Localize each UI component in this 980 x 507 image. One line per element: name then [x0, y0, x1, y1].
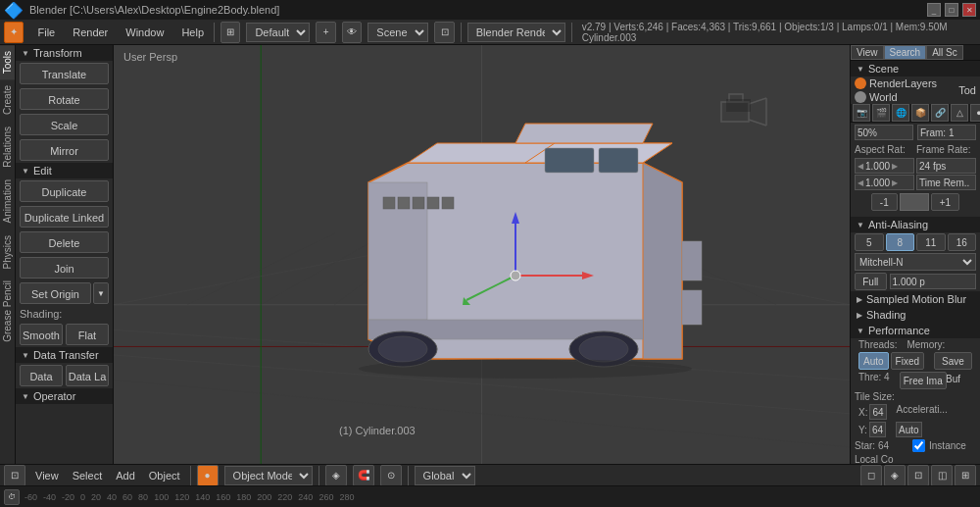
select-menu-bottom[interactable]: Select [69, 468, 107, 483]
aa-val-16[interactable]: 16 [948, 233, 977, 251]
tile-x-field[interactable]: 64 [869, 404, 886, 420]
flat-button[interactable]: Flat [66, 324, 109, 345]
bottom-icon-1[interactable]: ◻ [860, 465, 882, 486]
delete-button[interactable]: Delete [20, 231, 109, 253]
mode-icon[interactable]: ● [197, 465, 219, 486]
data-transfer-section-header[interactable]: ▼ Data Transfer [16, 347, 113, 363]
camera-slider[interactable] [900, 193, 929, 211]
object-props-icon[interactable]: 📦 [911, 104, 929, 122]
aa-val-8[interactable]: 8 [886, 233, 915, 251]
edit-section-header[interactable]: ▼ Edit [16, 163, 113, 178]
layout-select[interactable]: Default [246, 23, 310, 42]
aspect-y-field[interactable]: ◀ 1.000 ▶ [855, 175, 914, 190]
frame-field[interactable]: Fram: 1 [917, 125, 976, 140]
smooth-button[interactable]: Smooth [20, 324, 63, 345]
full-sam-val[interactable]: 1.000 p [890, 274, 976, 289]
fixed-btn[interactable]: Fixed [891, 352, 924, 370]
timeline-area[interactable]: -60 -40 -20 0 20 40 60 80 100 120 140 16… [22, 492, 976, 502]
world-props-icon[interactable]: 🌐 [892, 104, 909, 122]
bottom-icon-2[interactable]: ◈ [884, 465, 906, 486]
aspect-x-field[interactable]: ◀ 1.000 ▶ [855, 158, 914, 174]
sidebar-item-tools[interactable]: Tools [0, 45, 15, 79]
camera-nav-minus[interactable]: -1 [871, 193, 898, 211]
data-props-icon[interactable]: △ [951, 104, 968, 122]
scene-props-icon[interactable]: 🎬 [872, 104, 890, 122]
bottom-icon-4[interactable]: ◫ [931, 465, 953, 486]
frame-rate-field[interactable]: 24 fps [916, 158, 976, 174]
mirror-button[interactable]: Mirror [20, 139, 109, 161]
duplicate-linked-button[interactable]: Duplicate Linked [20, 206, 109, 228]
minimize-button[interactable]: _ [927, 3, 941, 17]
3d-viewport[interactable]: User Persp [114, 45, 850, 464]
data-button[interactable]: Data [20, 365, 63, 386]
set-origin-button[interactable]: Set Origin [20, 282, 91, 304]
close-button[interactable]: ✕ [962, 3, 976, 17]
file-menu[interactable]: File [33, 25, 59, 40]
bottom-icon-3[interactable]: ⊡ [907, 465, 929, 486]
aa-val-5[interactable]: 5 [855, 233, 884, 251]
performance-header[interactable]: ▼ Performance [851, 323, 980, 338]
camera-nav-plus[interactable]: +1 [931, 193, 959, 211]
auto-acc-field[interactable]: Auto [896, 422, 922, 437]
scene-select[interactable]: Scene [368, 23, 428, 42]
render-icon[interactable]: 📷 [853, 104, 870, 122]
view-menu-bottom[interactable]: View [31, 468, 63, 483]
instance-checkbox[interactable] [912, 439, 925, 452]
viewport-type-icon[interactable]: ⊡ [4, 465, 25, 486]
rotate-button[interactable]: Rotate [20, 88, 109, 110]
motion-blur-header[interactable]: ▶ Sampled Motion Blur [851, 291, 980, 307]
tab-view[interactable]: View [851, 45, 884, 60]
arrow-right[interactable]: ▶ [892, 162, 898, 171]
sidebar-item-create[interactable]: Create [0, 79, 15, 121]
aa-val-11[interactable]: 11 [916, 233, 946, 251]
full-sam-btn[interactable]: Full Sam [855, 273, 887, 290]
layout-icon[interactable]: ⊞ [220, 22, 240, 43]
timeline-type-icon[interactable]: ⏱ [4, 489, 20, 505]
tile-y-field[interactable]: 64 [869, 422, 886, 437]
render-percent-field[interactable]: 50% [855, 125, 913, 140]
sidebar-item-grease-pencil[interactable]: Grease Pencil [0, 275, 15, 348]
scene-section-header[interactable]: ▼ Scene [851, 61, 980, 76]
sidebar-item-animation[interactable]: Animation [0, 174, 15, 228]
render-menu[interactable]: Render [69, 25, 112, 40]
prop-edit-icon[interactable]: ⊙ [380, 465, 402, 486]
sidebar-item-physics[interactable]: Physics [0, 229, 15, 275]
save-buf-btn[interactable]: Save Buf [934, 352, 972, 370]
renderer-select[interactable]: Blender Render [467, 23, 565, 42]
operator-section-header[interactable]: ▼ Operator [16, 388, 113, 404]
blender-icon[interactable]: ✦ [4, 22, 24, 43]
constraints-icon[interactable]: 🔗 [931, 104, 949, 122]
set-origin-dropdown[interactable]: ▼ [93, 282, 109, 304]
data-la-button[interactable]: Data La [66, 365, 109, 386]
tab-search[interactable]: Search [884, 45, 927, 60]
scale-button[interactable]: Scale [20, 114, 109, 135]
arrow-right2[interactable]: ▶ [892, 178, 898, 187]
maximize-button[interactable]: □ [945, 3, 958, 17]
aa-filter-select[interactable]: Mitchell-N [855, 253, 976, 271]
tab-all-sc[interactable]: All Sc [926, 45, 963, 60]
bottom-icon-5[interactable]: ⊞ [955, 465, 976, 486]
transform-orientation-select[interactable]: Global [415, 466, 475, 485]
sidebar-item-relations[interactable]: Relations [0, 121, 15, 174]
add-menu-bottom[interactable]: Add [112, 468, 139, 483]
help-menu[interactable]: Help [177, 25, 208, 40]
pivot-icon[interactable]: ◈ [325, 465, 347, 486]
mode-select[interactable]: Object Mode [224, 466, 313, 485]
free-ima-btn[interactable]: Free Ima [900, 372, 947, 389]
object-menu-bottom[interactable]: Object [145, 468, 184, 483]
arrow-left2[interactable]: ◀ [858, 178, 863, 187]
duplicate-button[interactable]: Duplicate [20, 180, 109, 202]
scene-icon[interactable]: ⊡ [434, 22, 454, 43]
add-layout-icon[interactable]: + [316, 22, 335, 43]
shading-header[interactable]: ▶ Shading [851, 307, 980, 323]
anti-aliasing-header[interactable]: ▼ Anti-Aliasing [851, 217, 980, 232]
arrow-left[interactable]: ◀ [858, 162, 863, 171]
join-button[interactable]: Join [20, 257, 109, 279]
window-menu[interactable]: Window [122, 25, 168, 40]
snap-icon[interactable]: 🧲 [353, 465, 374, 486]
transform-section-header[interactable]: ▼ Transform [16, 45, 113, 61]
auto-btn[interactable]: Auto [858, 352, 889, 370]
view-icon[interactable]: 👁 [342, 22, 362, 43]
translate-button[interactable]: Translate [20, 63, 109, 84]
material-icon[interactable]: ● [970, 104, 980, 122]
